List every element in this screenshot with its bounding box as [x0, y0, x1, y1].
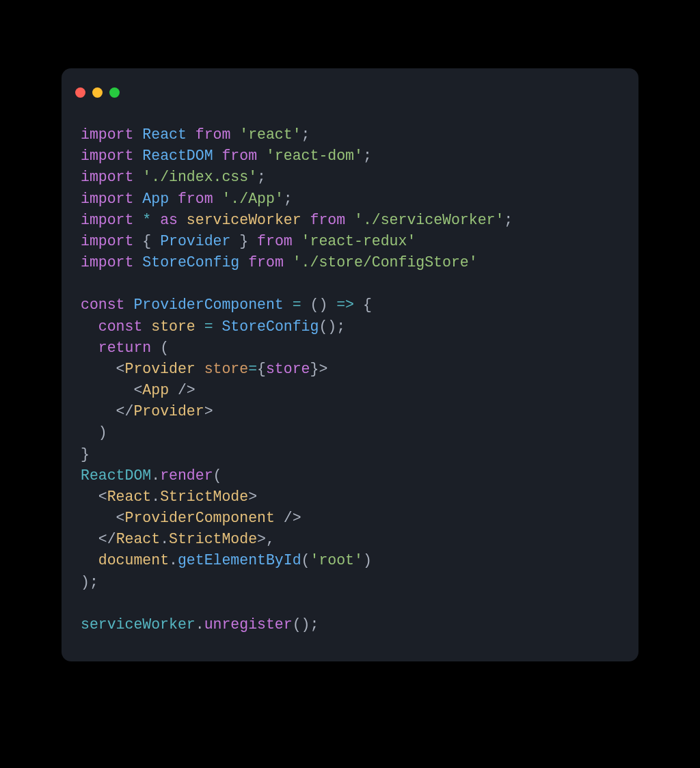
arrow-args: () [310, 297, 327, 313]
tag-providercomponent: ProviderComponent [125, 510, 275, 526]
kw-as: as [160, 212, 178, 228]
str-react: 'react' [239, 126, 301, 143]
semi: ; [336, 318, 345, 335]
fn-render: render [160, 467, 213, 484]
rbrace: } [81, 446, 90, 463]
angle-open: </ [98, 531, 116, 547]
str-indexcss: './index.css' [142, 169, 257, 185]
window-titlebar [62, 68, 638, 104]
angle-open: < [116, 361, 125, 377]
minimize-icon[interactable] [92, 87, 103, 98]
attr-store: store [204, 361, 249, 377]
rparen: ) [98, 424, 107, 441]
kw-import: import [81, 212, 133, 228]
dot: . [169, 552, 178, 568]
close-icon[interactable] [75, 87, 85, 98]
eq: = [204, 318, 213, 335]
angle-open: </ [116, 403, 134, 420]
str-reactredux: 'react-redux' [301, 233, 416, 249]
angle-close: > [204, 403, 213, 420]
tag-react: React [116, 531, 161, 547]
eq: = [248, 361, 257, 377]
parens: () [293, 616, 310, 633]
star: * [142, 212, 151, 228]
kw-import: import [81, 148, 133, 164]
parens: () [319, 318, 336, 335]
code-block: import React from 'react'; import ReactD… [62, 104, 638, 642]
semi: ; [363, 148, 372, 164]
angle-open: < [133, 382, 142, 398]
rbrace: } [239, 233, 248, 249]
kw-const: const [81, 297, 125, 313]
tag-strictmode: StrictMode [169, 531, 257, 547]
angle-open: < [98, 489, 107, 505]
fn-storeconfig: StoreConfig [221, 318, 319, 335]
kw-import: import [81, 233, 133, 249]
kw-const: const [98, 318, 143, 335]
dot: . [151, 467, 160, 484]
rparen: ) [363, 552, 372, 568]
kw-from: from [310, 212, 346, 228]
arrow: => [336, 297, 354, 313]
id-reactdom: ReactDOM [142, 148, 213, 164]
id-providercomponent: ProviderComponent [133, 297, 283, 313]
angle-close: > [257, 531, 266, 547]
id-reactdom: ReactDOM [81, 467, 151, 484]
rparen: ) [81, 574, 90, 590]
angle-open: < [116, 510, 125, 526]
angle-close: > [319, 361, 327, 377]
fn-unregister: unregister [204, 616, 293, 633]
comma: , [266, 531, 275, 547]
kw-import: import [81, 126, 133, 143]
semi: ; [301, 126, 310, 143]
semi: ; [284, 191, 293, 207]
str-reactdom: 'react-dom' [266, 148, 363, 164]
str-configstore: './store/ConfigStore' [293, 254, 478, 271]
semi: ; [257, 169, 266, 185]
rbr: } [310, 361, 319, 377]
dot: . [196, 616, 204, 633]
zoom-icon[interactable] [109, 87, 120, 98]
kw-import: import [81, 169, 133, 185]
lparen: ( [160, 340, 169, 356]
str-root: 'root' [310, 552, 362, 568]
lbrace: { [363, 297, 372, 313]
kw-from: from [196, 126, 231, 143]
lbr: { [257, 361, 266, 377]
str-app: './App' [221, 191, 283, 207]
id-document: document [98, 552, 169, 568]
code-window: import React from 'react'; import ReactD… [62, 68, 638, 661]
kw-from: from [248, 254, 284, 271]
dot: . [160, 531, 169, 547]
id-store: store [151, 318, 196, 335]
tag-provider: Provider [133, 403, 204, 420]
kw-import: import [81, 191, 133, 207]
dot: . [151, 489, 160, 505]
lbrace: { [142, 233, 151, 249]
eq: = [293, 297, 301, 313]
tag-provider: Provider [125, 361, 196, 377]
tag-strictmode: StrictMode [160, 489, 248, 505]
lparen: ( [301, 552, 310, 568]
kw-return: return [98, 340, 151, 356]
self-close: /> [284, 510, 301, 526]
kw-from: from [257, 233, 293, 249]
semi: ; [90, 574, 98, 590]
str-serviceworker: './serviceWorker' [354, 212, 504, 228]
kw-from: from [178, 191, 213, 207]
tag-react: React [107, 489, 152, 505]
semi: ; [310, 616, 319, 633]
id-app: App [142, 191, 169, 207]
id-react: React [142, 126, 187, 143]
id-serviceworker: serviceWorker [81, 616, 196, 633]
id-serviceworker: serviceWorker [187, 212, 301, 228]
fn-getelementbyid: getElementById [178, 552, 301, 568]
angle-close: > [248, 489, 257, 505]
tag-app: App [142, 382, 169, 398]
lparen: ( [213, 467, 222, 484]
val-store: store [266, 361, 310, 377]
id-provider: Provider [160, 233, 230, 249]
id-storeconfig: StoreConfig [142, 254, 239, 271]
self-close: /> [178, 382, 196, 398]
kw-from: from [221, 148, 257, 164]
